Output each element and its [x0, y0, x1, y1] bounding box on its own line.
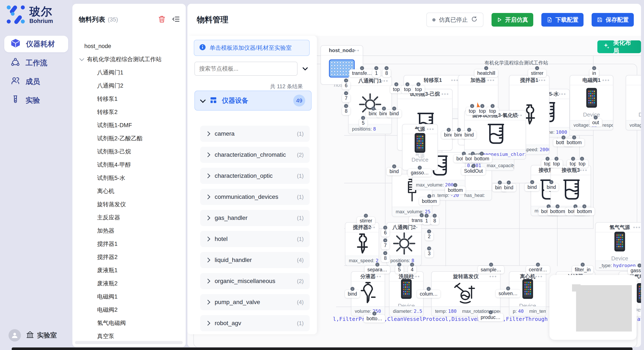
more-icon[interactable]: •••	[490, 273, 497, 280]
category-row-characterization_optic[interactable]: characterization_optic(1)	[200, 168, 310, 184]
port-chip-1[interactable]: ›1	[422, 217, 431, 225]
port-dot-icon[interactable]: ›	[428, 194, 432, 198]
port-dot-icon[interactable]: ›	[556, 204, 560, 208]
port-dot-icon[interactable]: ›	[554, 157, 558, 161]
port-dot-icon[interactable]: ›	[418, 166, 422, 170]
port-chip-in[interactable]: ›in	[590, 69, 599, 77]
tree-item[interactable]: 试剂瓶5-水	[72, 172, 186, 184]
port-chip-filter_in[interactable]: ›filter_in	[572, 266, 593, 274]
port-chip-7[interactable]: ›7	[381, 242, 390, 249]
node-header[interactable]: host_node•••	[321, 46, 363, 55]
port-dot-icon[interactable]: ›	[427, 287, 431, 291]
port-dot-icon[interactable]: ›	[470, 104, 474, 108]
tree-item[interactable]: 有机化学流程综合测试工作站	[72, 53, 186, 66]
port-chip-1[interactable]: ›1	[372, 69, 380, 77]
sidebar-item-members[interactable]: 成员	[0, 72, 72, 91]
minimap[interactable]	[550, 275, 637, 340]
more-icon[interactable]: •••	[633, 224, 641, 231]
more-icon[interactable]: •••	[442, 91, 449, 97]
tree-item[interactable]: 试剂瓶3-己烷	[72, 145, 186, 158]
more-icon[interactable]: •••	[381, 78, 388, 84]
port-dot-icon[interactable]: ›	[467, 128, 471, 132]
tree-item[interactable]: 八通阀门2	[72, 79, 186, 92]
port-chip-bottom[interactable]: ›bottom	[419, 197, 440, 205]
port-dot-icon[interactable]: ›	[383, 238, 388, 242]
port-chip-centrif[interactable]: ›centrif…	[526, 266, 550, 274]
more-icon[interactable]: •••	[558, 91, 566, 97]
more-icon[interactable]: •••	[368, 224, 376, 231]
tree-item[interactable]: 电磁阀2	[72, 303, 186, 316]
more-icon[interactable]: •••	[410, 224, 418, 231]
port-chip-top[interactable]: ›top	[401, 85, 414, 93]
port-dot-icon[interactable]: ›	[361, 116, 365, 120]
tree-item[interactable]: 转移泵2	[72, 105, 186, 119]
port-dot-icon[interactable]: ›	[506, 286, 510, 291]
more-icon[interactable]: •••	[535, 273, 543, 280]
port-chip-colum[interactable]: ›colum…	[417, 290, 440, 298]
port-dot-icon[interactable]: ›	[427, 246, 431, 250]
category-row-communication_devices[interactable]: communication_devices(1)	[200, 189, 310, 205]
port-dot-icon[interactable]: ›	[638, 263, 641, 268]
port-dot-icon[interactable]: ›	[392, 164, 396, 169]
tree-item[interactable]: 电磁阀1	[72, 290, 186, 303]
port-chip-separa[interactable]: ›separa…	[364, 266, 390, 274]
lab-entry[interactable]: 实验室	[26, 330, 57, 341]
more-icon[interactable]: •••	[374, 273, 382, 280]
node-八通阀门2[interactable]: 八通阀门2•••positions: 8	[386, 222, 422, 266]
port-chip-5[interactable]: ›5	[359, 119, 367, 127]
tree-item[interactable]: 真空泵	[72, 330, 186, 343]
port-chip-8[interactable]: ›8	[381, 254, 390, 262]
port-chip-bind[interactable]: ›bind	[345, 290, 360, 298]
port-chip-transfe[interactable]: ›transfe…	[349, 69, 374, 77]
sidebar-item-workflow[interactable]: 工作流	[0, 54, 72, 72]
port-dot-icon[interactable]: ›	[364, 214, 368, 218]
node-header[interactable]: 八通阀门1•••	[348, 76, 392, 86]
tree-item[interactable]: 废液瓶1	[72, 264, 186, 277]
port-chip-bottom[interactable]: ›bottom	[547, 207, 568, 215]
sidebar-item-instruments[interactable]: 仪器耗材	[4, 36, 68, 52]
port-dot-icon[interactable]: ›	[549, 180, 553, 184]
tree-item[interactable]: 氢气电磁阀	[72, 316, 186, 330]
tree-scrollbar[interactable]	[75, 341, 183, 344]
port-dot-icon[interactable]: ›	[488, 310, 492, 314]
port-chip-bind[interactable]: ›bind	[544, 183, 558, 191]
port-dot-icon[interactable]: ›	[405, 82, 409, 86]
port-dot-icon[interactable]: ›	[507, 180, 511, 184]
category-row-camera[interactable]: camera(1)	[200, 126, 310, 142]
sidebar-item-experiments[interactable]: 实验	[0, 91, 72, 110]
port-chip-SolidOut[interactable]: ›SolidOut	[461, 167, 486, 175]
sim-status-pill[interactable]: 仿真已停止	[426, 12, 484, 27]
port-dot-icon[interactable]: ›	[410, 263, 414, 267]
port-chip-bind[interactable]: ›bind	[462, 131, 476, 139]
tree-item[interactable]: 离心机	[72, 184, 186, 198]
port-chip-8[interactable]: ›8	[382, 69, 391, 77]
panel-collapse-icon[interactable]	[302, 65, 309, 73]
more-icon[interactable]: •••	[515, 112, 522, 119]
port-dot-icon[interactable]: ›	[420, 213, 424, 217]
delete-icon[interactable]	[158, 15, 166, 24]
port-dot-icon[interactable]: ›	[383, 251, 388, 255]
category-row-liquid_handler[interactable]: liquid_handler(4)	[200, 252, 310, 268]
port-dot-icon[interactable]: ›	[382, 107, 386, 111]
tree-item[interactable]: 转移泵1	[72, 92, 186, 105]
node-氢气气源[interactable]: 氢气气源•••Device_type: hydrogen_max_pre:	[595, 222, 641, 271]
more-icon[interactable]: •••	[487, 77, 495, 84]
node-card[interactable]: •••Devicevoltage: 12	[626, 75, 641, 130]
node-气源[interactable]: 气源•••Device气源	[402, 124, 438, 170]
port-chip-2[interactable]: ›2	[425, 233, 434, 240]
port-dot-icon[interactable]: ›	[454, 183, 458, 187]
port-chip-8[interactable]: ›8	[430, 217, 439, 225]
more-icon[interactable]: •••	[451, 77, 459, 84]
port-chip-top[interactable]: ›top	[486, 107, 499, 115]
port-dot-icon[interactable]: ›	[416, 82, 420, 86]
port-chip-top[interactable]: ›top	[390, 85, 402, 93]
port-dot-icon[interactable]: ›	[572, 136, 576, 140]
port-dot-icon[interactable]: ›	[480, 104, 484, 108]
port-chip-sample[interactable]: ›sample…	[478, 266, 504, 274]
port-dot-icon[interactable]: ›	[344, 104, 348, 108]
node-header[interactable]: 转移泵1•••	[404, 75, 462, 85]
port-chip-out[interactable]: ›out	[590, 119, 602, 127]
avatar[interactable]	[8, 329, 21, 342]
port-chip-bind[interactable]: ›bind	[387, 168, 402, 175]
tree-item[interactable]: 八通阀门1	[72, 66, 186, 79]
